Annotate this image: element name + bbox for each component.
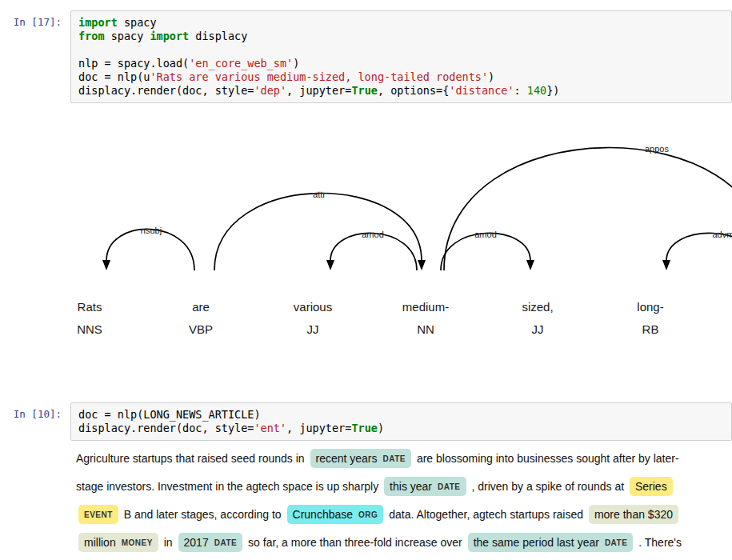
code-line: doc = nlp(u'Rats are various medium-size… [78, 70, 724, 84]
code-token-num: 140 [527, 84, 546, 97]
entity-text-line: millionMONEY in 2017DATE so far, a more … [76, 529, 730, 557]
code-line: displacy.render(doc, style='dep', jupyte… [78, 84, 724, 98]
dep-arc-label: appos [645, 144, 669, 154]
entity-chip: EVENT [78, 505, 118, 524]
code-token: }) [546, 84, 559, 97]
code-token: displacy.render(doc, style= [78, 84, 254, 97]
code-line: import spacy [78, 16, 724, 30]
dep-arrowhead-icon [418, 260, 426, 270]
code-editor[interactable]: doc = nlp(LONG_NEWS_ARTICLE)displacy.ren… [70, 402, 732, 441]
code-line: nlp = spacy.load('en_core_web_sm') [78, 57, 724, 70]
code-token-str: 'dep' [254, 84, 286, 97]
dep-pos-tag: JJ [307, 322, 319, 336]
code-token: , jupyter= [286, 84, 351, 97]
dep-arc-label: nsubj [141, 226, 162, 235]
dep-arc-label: advmod [712, 230, 732, 239]
code-token: displacy.render(doc, style= [78, 422, 254, 434]
dep-word: medium- [402, 300, 449, 314]
dep-word: long- [637, 300, 663, 314]
code-token-kw: True [351, 84, 378, 97]
code-line: displacy.render(doc, style='ent', jupyte… [78, 422, 724, 435]
code-token-kw: import [150, 30, 189, 42]
entity-type-label: DATE [383, 454, 406, 463]
code-token-kw: import [78, 16, 118, 29]
entity-visualization: Agriculture startups that raised seed ro… [76, 445, 730, 557]
entity-chip: millionMONEY [78, 533, 158, 552]
code-line: doc = nlp(LONG_NEWS_ARTICLE) [78, 408, 724, 422]
code-token-kw: from [78, 30, 105, 42]
entity-chip: CrunchbaseORG [287, 505, 384, 524]
entity-type-label: ORG [358, 510, 378, 519]
code-token-str: 'en_core_web_sm' [189, 57, 293, 70]
code-token-str: 'distance' [449, 84, 514, 97]
code-token-str: 'ent' [254, 422, 286, 434]
dep-pos-tag: NN [417, 322, 434, 336]
dep-arrowhead-icon [326, 260, 334, 270]
code-cell: In [10]: doc = nlp(LONG_NEWS_ARTICLE)dis… [0, 402, 732, 441]
entity-chip: the same period last yearDATE [468, 533, 634, 552]
code-token-str: 'Rats are various medium-sized, long-tai… [150, 70, 488, 83]
dep-arrowhead-icon [526, 260, 534, 270]
dependency-visualization: nsubjattramodamodapposadvmodRatsNNSareVB… [0, 120, 732, 360]
code-token: nlp = spacy.load( [78, 57, 189, 70]
dep-arc [214, 193, 422, 270]
entity-type-label: DATE [214, 538, 237, 547]
code-token: , options={ [378, 84, 449, 97]
dep-pos-tag: RB [642, 322, 659, 336]
code-token: spacy [105, 30, 150, 42]
code-cell: In [17]: import spacyfrom spacy import d… [0, 10, 732, 103]
code-token: spacy [118, 16, 157, 29]
entity-type-label: DATE [438, 482, 460, 491]
code-token: ) [293, 57, 299, 70]
dep-arc [106, 229, 194, 270]
entity-text-line: Agriculture startups that raised seed ro… [76, 445, 730, 473]
entity-text-line: EVENT B and later stages, according to C… [76, 501, 730, 529]
entity-chip: 2017DATE [178, 533, 243, 552]
entity-type-label: EVENT [84, 510, 113, 519]
dep-pos-tag: JJ [532, 322, 544, 336]
dep-arc-label: attr [313, 190, 326, 199]
dep-arc [444, 148, 732, 270]
code-token: ) [378, 422, 384, 434]
dep-arc-label: amod [362, 230, 384, 239]
code-line: from spacy import displacy [78, 30, 724, 43]
code-token: : [514, 84, 527, 97]
entity-type-label: MONEY [122, 538, 153, 547]
dep-arc-label: amod [474, 230, 497, 239]
code-token: , jupyter= [286, 422, 351, 434]
entity-chip: Series [630, 477, 673, 496]
entity-chip: this yearDATE [384, 477, 466, 496]
dep-pos-tag: VBP [189, 322, 213, 336]
entity-type-label: DATE [605, 538, 627, 547]
jupyter-notebook: { "cells": [ { "prompt": "In [17]:", "co… [0, 0, 732, 560]
code-editor[interactable]: import spacyfrom spacy import displacy n… [70, 10, 732, 103]
dep-pos-tag: NNS [77, 322, 102, 336]
entity-chip: more than $320 [589, 505, 678, 524]
dep-arrowhead-icon [662, 260, 670, 270]
entity-text-line: stage investors. Investment in the agtec… [76, 473, 730, 501]
dep-word: sized, [522, 300, 553, 314]
code-token: ) [488, 70, 494, 83]
dep-word: Rats [78, 300, 102, 314]
dep-word: are [192, 300, 210, 314]
code-token: displacy [189, 30, 247, 42]
code-token: doc = nlp(u [78, 70, 150, 83]
dep-word: various [294, 300, 332, 314]
dep-svg: nsubjattramodamodapposadvmodRatsNNSareVB… [0, 120, 732, 360]
cell-prompt: In [10]: [0, 402, 70, 420]
code-line [78, 43, 724, 57]
entity-chip: recent yearsDATE [310, 449, 412, 468]
cell-prompt: In [17]: [0, 10, 70, 28]
code-token-kw: True [351, 422, 378, 434]
dep-arrowhead-icon [102, 260, 110, 270]
code-token: doc = nlp(LONG_NEWS_ARTICLE) [78, 408, 261, 421]
